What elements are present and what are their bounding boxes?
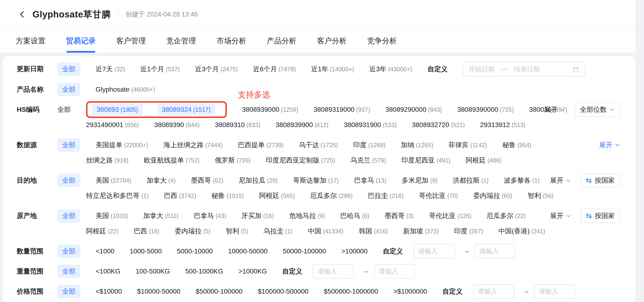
filter-option[interactable]: 委内瑞拉(60): [473, 191, 512, 200]
filter-option[interactable]: 38089324(1517): [157, 104, 216, 116]
tab-市场分析[interactable]: 市场分析: [216, 29, 246, 53]
filter-option[interactable]: >100000: [341, 247, 368, 255]
tab-客户管理[interactable]: 客户管理: [116, 29, 146, 53]
filter-option[interactable]: $100000-500000: [258, 288, 308, 295]
all-option[interactable]: 全部: [57, 63, 80, 76]
filter-option[interactable]: 100-500KG: [136, 267, 170, 275]
filter-option[interactable]: 危地马拉(9): [289, 211, 325, 220]
filter-option[interactable]: 加纳(1265): [401, 140, 433, 150]
filter-option[interactable]: $10000-50000: [137, 288, 180, 295]
filter-option[interactable]: 美国提单(22000+): [96, 140, 148, 150]
filter-option[interactable]: 厄瓜多尔(286): [310, 191, 352, 200]
filter-option[interactable]: 近3年(43000+): [369, 65, 412, 74]
digits-dropdown[interactable]: 全部位数: [575, 102, 620, 117]
filter-option[interactable]: <$10000: [96, 288, 122, 295]
filter-option[interactable]: 近7天(32): [96, 65, 125, 74]
all-option[interactable]: 全部: [57, 105, 71, 114]
price-min-input[interactable]: [473, 284, 514, 299]
expand-toggle[interactable]: 展开: [550, 176, 571, 185]
filter-option[interactable]: 波多黎各(1): [504, 176, 540, 185]
all-option[interactable]: 全部: [57, 209, 80, 222]
tab-客户分析[interactable]: 客户分析: [317, 29, 346, 53]
filter-option[interactable]: 3808939900(612): [276, 121, 328, 129]
expand-toggle[interactable]: 展开: [599, 140, 620, 150]
filter-option[interactable]: 秘鲁(954): [502, 140, 532, 150]
filter-option[interactable]: 3808931900(533): [344, 121, 396, 129]
filter-option[interactable]: 新加坡(373): [403, 227, 439, 236]
filter-option[interactable]: 特立尼达和多巴哥(1): [86, 191, 149, 200]
filter-option[interactable]: $500000-1000000: [324, 288, 378, 295]
filter-option[interactable]: >$1000000: [394, 288, 427, 295]
quantity-max-input[interactable]: [474, 244, 516, 258]
filter-option[interactable]: 阿根廷(486): [466, 156, 501, 165]
filter-option[interactable]: Glyphosate(46000+): [96, 86, 155, 93]
tab-产品分析[interactable]: 产品分析: [267, 29, 296, 53]
filter-option[interactable]: 印度(1268): [353, 140, 386, 150]
by-country-toggle[interactable]: ⇆ 按国家: [581, 173, 620, 188]
filter-option[interactable]: 秘鲁(1015): [212, 191, 244, 200]
back-button[interactable]: [18, 10, 26, 19]
filter-option[interactable]: 380893(1805): [92, 104, 143, 116]
filter-option[interactable]: 厄瓜多尔(22): [487, 211, 526, 220]
filter-option[interactable]: 500-1000KG: [185, 267, 223, 275]
filter-option[interactable]: 洪都拉斯(1): [453, 176, 488, 185]
custom-range-label[interactable]: 自定义: [428, 65, 448, 74]
filter-option[interactable]: 智利(5): [226, 227, 248, 236]
filter-option[interactable]: 委内瑞拉(5): [175, 227, 210, 236]
filter-option[interactable]: 加拿大(511): [143, 211, 178, 220]
filter-option[interactable]: <100KG: [96, 267, 120, 275]
tab-贸易记录[interactable]: 贸易记录: [66, 29, 96, 53]
expand-toggle[interactable]: 展开: [550, 211, 571, 220]
all-option[interactable]: 全部: [57, 265, 80, 278]
filter-option[interactable]: 海上丝绸之路(7444): [164, 140, 222, 150]
filter-option[interactable]: 牙买加(16): [242, 211, 274, 220]
weight-min-input[interactable]: [313, 264, 354, 278]
filter-option[interactable]: 欧亚航线提单(752): [144, 156, 199, 165]
tab-方案设置[interactable]: 方案设置: [16, 29, 46, 53]
filter-option[interactable]: 中国(41334): [308, 227, 344, 236]
filter-option[interactable]: 印度(267): [454, 227, 483, 236]
quantity-min-input[interactable]: [414, 244, 455, 258]
filter-option[interactable]: 哥伦比亚(70): [419, 191, 458, 200]
weight-max-input[interactable]: [374, 264, 415, 278]
all-option[interactable]: 全部: [57, 174, 80, 187]
filter-option[interactable]: 2931490001(656): [86, 121, 139, 129]
filter-option[interactable]: <1000: [96, 247, 114, 255]
all-option[interactable]: 全部: [57, 285, 80, 298]
filter-option[interactable]: 丝绸之路(918): [86, 156, 128, 165]
custom-range-label[interactable]: 自定义: [442, 287, 462, 296]
all-option[interactable]: 全部: [57, 83, 80, 96]
filter-option[interactable]: 近1个月(537): [140, 65, 180, 74]
all-option[interactable]: 全部: [57, 244, 80, 258]
filter-option[interactable]: 乌拉圭(1): [264, 227, 292, 236]
date-range-picker[interactable]: 开始日期 ⇀ 结束日期: [463, 62, 585, 77]
filter-option[interactable]: 菲律宾(1142): [448, 140, 487, 150]
filter-option[interactable]: 墨西哥(3): [385, 211, 414, 220]
filter-option[interactable]: 加拿大(4): [146, 176, 176, 185]
filter-option[interactable]: 3808939000(1259): [242, 106, 298, 113]
filter-option[interactable]: 中国(香港)(241): [498, 227, 545, 236]
filter-option[interactable]: 巴哈马(6): [340, 211, 369, 220]
filter-option[interactable]: 近3个月(2475): [195, 65, 238, 74]
filter-option[interactable]: 3808932720(521): [412, 121, 465, 129]
filter-option[interactable]: 38089310(633): [215, 121, 260, 129]
filter-option[interactable]: 10000-50000: [228, 247, 268, 255]
filter-option[interactable]: $50000-100000: [196, 288, 242, 295]
filter-option[interactable]: 近1年(14000+): [311, 65, 354, 74]
filter-option[interactable]: 29313912(513): [480, 121, 526, 129]
filter-option[interactable]: 38089290000(843): [385, 106, 442, 113]
filter-option[interactable]: 阿根廷(22): [86, 227, 118, 236]
filter-option[interactable]: 尼加拉瓜(29): [238, 176, 278, 185]
by-country-toggle[interactable]: ⇆ 按国家: [581, 209, 620, 223]
filter-option[interactable]: 巴拿马(43): [194, 211, 226, 220]
filter-option[interactable]: 阿根廷(565): [259, 191, 295, 200]
filter-option[interactable]: >1000KG: [238, 267, 267, 275]
all-option[interactable]: 全部: [57, 138, 80, 152]
filter-option[interactable]: 1000-5000: [130, 247, 162, 255]
filter-option[interactable]: 38089390(644): [154, 121, 200, 129]
filter-option[interactable]: 38089319000(937): [314, 106, 370, 113]
filter-option[interactable]: 巴西(3742): [164, 191, 196, 200]
filter-option[interactable]: 乌干达(1725): [299, 140, 338, 150]
tab-竞企管理[interactable]: 竞企管理: [166, 29, 196, 53]
filter-option[interactable]: 近6个月(7478): [253, 65, 296, 74]
